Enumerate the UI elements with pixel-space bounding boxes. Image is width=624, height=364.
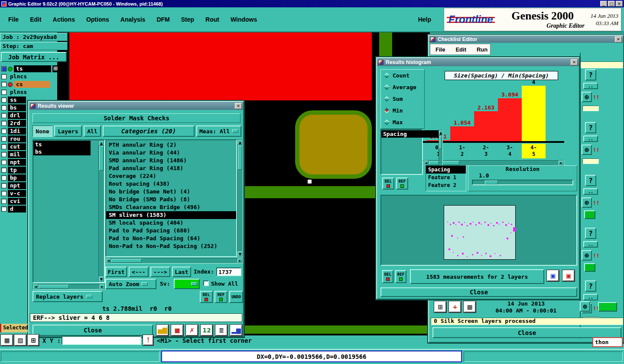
category-item[interactable]: PTH annular Ring (2) bbox=[106, 141, 236, 149]
feature-row-feature-1[interactable]: Feature 1 bbox=[426, 174, 466, 181]
ref-button[interactable]: REF bbox=[214, 291, 228, 303]
help-button[interactable]: ? bbox=[585, 69, 596, 81]
sv-color-button[interactable] bbox=[174, 279, 200, 289]
more-button[interactable]: .. bbox=[583, 294, 598, 300]
viewer-close-icon[interactable]: ✕ bbox=[235, 103, 242, 109]
category-hscrollbar[interactable]: ◄ ► bbox=[105, 258, 243, 264]
scroll-up-icon[interactable]: ▲ bbox=[237, 140, 243, 145]
spacing-item[interactable]: Spacing bbox=[381, 130, 439, 138]
layer-checkbox[interactable] bbox=[1, 90, 6, 95]
scroll-up-icon[interactable]: ▲ bbox=[439, 130, 442, 135]
histogram-titlebar[interactable]: Results histogram ✕ bbox=[377, 58, 579, 66]
more-button[interactable]: .. bbox=[583, 241, 598, 248]
overlay-red-icon[interactable]: ▣ bbox=[562, 270, 575, 281]
nav-first-button[interactable]: First bbox=[105, 267, 127, 277]
category-item[interactable]: Pad to Pad Spacing (680) bbox=[106, 227, 236, 235]
layer-row-ts[interactable]: ts⊞ bbox=[0, 65, 57, 73]
select-tool-icon[interactable]: ⊞ bbox=[434, 301, 446, 312]
layer-checkbox[interactable] bbox=[1, 129, 6, 134]
viewer-layer-scrollbar[interactable]: ▲ ▼ bbox=[98, 140, 104, 282]
layer-checkbox[interactable] bbox=[1, 144, 6, 149]
layer-checkbox[interactable] bbox=[1, 191, 6, 196]
scroll-left-icon[interactable]: ◄ bbox=[106, 258, 111, 263]
viewer-layer-bs[interactable]: bs bbox=[33, 148, 91, 155]
menu-item-file[interactable]: File bbox=[3, 16, 24, 23]
menu-item-step[interactable]: Step bbox=[176, 16, 200, 23]
filter-layers-button[interactable]: Layers bbox=[54, 126, 82, 137]
scroll-thumb[interactable] bbox=[111, 259, 142, 263]
stat-option-min[interactable]: Min bbox=[381, 105, 424, 116]
go-button[interactable] bbox=[584, 210, 595, 219]
more-button[interactable]: .. bbox=[583, 135, 598, 142]
menu-item-dfm[interactable]: DFM bbox=[151, 16, 175, 23]
more-button[interactable]: .. bbox=[583, 83, 598, 89]
layer-row-plncs[interactable]: plncs bbox=[0, 73, 57, 81]
nav-next-button[interactable]: ---> bbox=[150, 267, 170, 277]
layer-checkbox[interactable] bbox=[1, 175, 6, 180]
status-zoom-icon[interactable]: ⊕ bbox=[580, 301, 590, 312]
layer-checkbox[interactable] bbox=[1, 74, 6, 79]
zoom-icon[interactable]: ⊕ bbox=[582, 197, 592, 208]
histogram-close-button[interactable]: Close bbox=[380, 287, 577, 297]
histogram-close-icon[interactable]: ✕ bbox=[571, 59, 578, 65]
grid-icon[interactable]: ⊞ bbox=[52, 65, 58, 72]
viewer-layer-hscrollbar[interactable]: ◄ ► bbox=[32, 284, 105, 290]
overlay-blue-icon[interactable]: ▣ bbox=[547, 270, 559, 281]
nav-prev-button[interactable]: <--- bbox=[129, 267, 149, 277]
stat-option-average[interactable]: Average bbox=[381, 81, 424, 93]
snap-grid-icon[interactable]: ⊞ bbox=[28, 335, 39, 346]
category-item[interactable]: SM slivers (1583) bbox=[106, 211, 236, 219]
category-item[interactable]: Rout spacing (438) bbox=[106, 180, 236, 188]
stat-option-max[interactable]: Max bbox=[381, 116, 424, 128]
layer-checkbox[interactable] bbox=[1, 66, 6, 71]
stat-option-sum[interactable]: Sum bbox=[381, 93, 424, 105]
help-button[interactable]: ? bbox=[585, 228, 596, 239]
category-item[interactable]: SMDs Clearance Bridge (496) bbox=[106, 203, 236, 211]
layer-checkbox[interactable] bbox=[1, 152, 6, 157]
layer-checkbox[interactable] bbox=[1, 183, 6, 188]
scroll-right-icon[interactable]: ► bbox=[100, 284, 105, 289]
nav-last-button[interactable]: Last bbox=[172, 267, 191, 277]
stat-option-count[interactable]: Count bbox=[381, 70, 424, 81]
filter-all-button[interactable]: All bbox=[84, 126, 101, 137]
layer-checkbox[interactable] bbox=[1, 82, 6, 87]
help-button[interactable]: ? bbox=[585, 175, 596, 186]
layer-checkbox[interactable] bbox=[1, 121, 6, 126]
categories-dropdown[interactable]: Categories (20) bbox=[103, 126, 195, 137]
scroll-thumb[interactable] bbox=[99, 146, 104, 171]
histogram-del-button[interactable]: DEL bbox=[382, 177, 394, 190]
menu-item-actions[interactable]: Actions bbox=[47, 16, 81, 23]
scroll-down-icon[interactable]: ▼ bbox=[237, 251, 243, 257]
auto-zoom-dropdown[interactable]: Auto Zoom bbox=[105, 279, 156, 289]
checklist-menu-run[interactable]: Run bbox=[471, 46, 493, 53]
histogram-ref-button[interactable]: REF bbox=[396, 177, 408, 190]
feature-row-spacing[interactable]: Spacing bbox=[426, 166, 466, 174]
layer-row-plnss[interactable]: plnss bbox=[0, 88, 57, 96]
category-item[interactable]: Pad to Non-Pad Spacing (64) bbox=[106, 235, 236, 242]
meas-dropdown[interactable]: Meas: All bbox=[196, 126, 241, 137]
layer-row-cs[interactable]: cs bbox=[0, 81, 57, 88]
layer-checkbox[interactable] bbox=[1, 136, 6, 142]
help-button[interactable]: ? bbox=[585, 122, 596, 133]
menu-item-options[interactable]: Options bbox=[81, 16, 115, 23]
viewer-layer-ts[interactable]: ts bbox=[33, 141, 91, 148]
zoom-icon[interactable]: ⊕ bbox=[582, 92, 592, 102]
undo-button[interactable]: UNDO bbox=[229, 291, 243, 303]
category-scrollbar[interactable]: ▲ ▼ bbox=[237, 139, 243, 257]
filter-none-button[interactable]: None bbox=[32, 126, 52, 137]
measure-tool-icon[interactable]: + bbox=[449, 301, 461, 312]
category-item[interactable]: Via annular Ring (44) bbox=[106, 149, 236, 157]
category-item[interactable]: Pad annular Ring (418) bbox=[106, 164, 236, 172]
menu-item-windows[interactable]: Windows bbox=[225, 16, 263, 23]
scroll-thumb[interactable] bbox=[238, 145, 242, 170]
scroll-down-icon[interactable]: ▼ bbox=[99, 277, 104, 282]
layer-checkbox[interactable] bbox=[1, 113, 6, 118]
measurement-preview-panel[interactable] bbox=[380, 195, 577, 266]
menu-item-edit[interactable]: Edit bbox=[24, 16, 47, 23]
scroll-thumb[interactable] bbox=[439, 136, 442, 149]
layer-checkbox[interactable] bbox=[1, 105, 6, 110]
window-control-1[interactable]: □ bbox=[608, 1, 615, 6]
category-item[interactable]: No bridge (Same Net) (4) bbox=[106, 188, 236, 196]
del-button[interactable]: DEL bbox=[200, 291, 213, 303]
go-button[interactable] bbox=[584, 263, 595, 272]
